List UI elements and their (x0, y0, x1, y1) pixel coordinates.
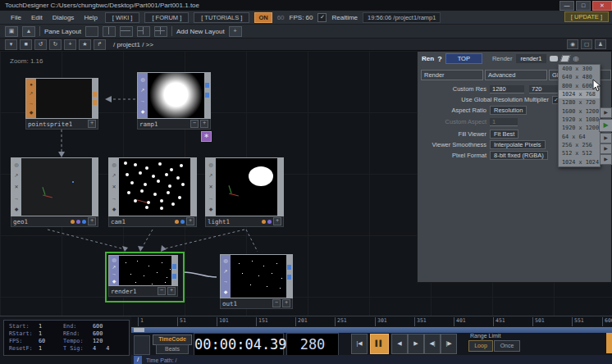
node-viewer[interactable] (216, 158, 277, 216)
fill-viewer-menu[interactable]: Fit Best (490, 130, 518, 139)
add-bookmark-icon[interactable]: + (64, 39, 76, 50)
loop-button[interactable]: Loop (468, 340, 493, 352)
param-expand-arrow[interactable]: ▶ (600, 143, 612, 154)
minimize-button[interactable]: — (559, 1, 574, 11)
flag-dot-blue[interactable] (180, 220, 185, 224)
menu-item[interactable]: 1024 x 1024 (559, 158, 600, 166)
flag-dot-orange[interactable] (71, 220, 75, 224)
render-flag-icon[interactable]: → (208, 196, 213, 201)
param-expand-arrow-active[interactable]: ▶ (599, 119, 612, 132)
menu-help[interactable]: Help (81, 14, 99, 21)
timeline-ruler[interactable]: 1 51 101 151 201 251 301 351 401 451 501… (131, 316, 612, 328)
viewer-flag-icon[interactable]: ◎ (112, 257, 116, 262)
output-connector[interactable] (93, 92, 97, 97)
update-button[interactable]: [ UPDATE ] (564, 11, 609, 22)
expand-parameters-button[interactable]: + (88, 217, 96, 225)
display-flag-icon[interactable]: → (112, 271, 116, 276)
eraser-icon[interactable] (560, 55, 571, 62)
aspect-ratio-menu[interactable]: Resolution (490, 106, 527, 115)
menu-file[interactable]: File (8, 14, 24, 21)
forward-icon[interactable]: ↻ (49, 39, 62, 50)
menu-item[interactable]: 256 x 256 (559, 141, 600, 149)
bookmark-star-icon[interactable]: ★ (79, 39, 91, 50)
custom-aspect-field[interactable]: 1 (490, 118, 518, 126)
family-top-button[interactable]: TOP (445, 53, 482, 64)
timeline-mode-button[interactable] (134, 335, 150, 355)
operator-name[interactable]: Ren (422, 55, 434, 62)
beats-button[interactable]: Beats (156, 344, 189, 354)
output-connector[interactable] (172, 264, 176, 269)
menu-item[interactable]: 1280 x 720 (559, 98, 600, 107)
node-viewer[interactable] (148, 73, 204, 118)
tab-render[interactable]: Render (421, 70, 483, 80)
flag-dot-orange[interactable] (175, 220, 179, 224)
bypass-flag-icon[interactable]: ✕ (112, 184, 116, 189)
viewer-flag-icon[interactable]: ◎ (208, 162, 212, 167)
custom-res-y-field[interactable]: 720 (529, 85, 559, 93)
node-flag-column[interactable]: ◎ ↗ ✕ → ◆ (109, 158, 119, 216)
node-viewer[interactable] (36, 79, 92, 118)
pick-flag-icon[interactable]: ◆ (30, 110, 34, 115)
collapse-button[interactable]: − (190, 120, 199, 128)
menu-item[interactable]: 1600 x 1200 (559, 107, 600, 116)
output-connector[interactable] (287, 275, 291, 280)
clone-flag-icon[interactable]: ↗ (112, 173, 116, 178)
menu-dialogs[interactable]: Dialogs (50, 14, 77, 21)
tutorials-button[interactable]: [ TUTORIALS ] (194, 12, 249, 23)
flag-dot-orange[interactable] (262, 220, 266, 224)
output-connector[interactable] (93, 100, 97, 105)
viewer-flag-icon[interactable]: ◎ (14, 162, 18, 167)
node-ramp1[interactable]: ◎ ↗ → ◆ ramp1 − + (137, 72, 211, 130)
pick-flag-icon[interactable]: ◆ (15, 207, 19, 212)
expand-parameters-button[interactable]: + (200, 120, 208, 128)
param-expand-arrow[interactable]: ▶ (600, 107, 612, 118)
pick-flag-icon[interactable]: ◆ (112, 207, 116, 212)
maximize-button[interactable]: □ (576, 1, 591, 11)
clone-flag-icon[interactable]: ↗ (29, 91, 33, 96)
jump-to-start-button[interactable]: |◀ (351, 334, 368, 354)
pick-flag-icon[interactable]: ◆ (224, 289, 228, 294)
flag-dot-purple[interactable] (267, 220, 272, 224)
output-connector[interactable] (205, 83, 209, 88)
collapse-button[interactable]: − (272, 299, 281, 307)
param-expand-arrow[interactable]: ▶ (600, 133, 612, 143)
pane-option-square-icon[interactable]: ▢ (581, 39, 592, 49)
layout-preset-three[interactable] (137, 26, 150, 37)
stop-icon[interactable]: ■ (20, 39, 32, 50)
pane-option-circle-icon[interactable]: ◉ (567, 39, 578, 49)
bypass-flag-icon[interactable]: ✕ (14, 184, 18, 189)
node-flag-column[interactable]: ◎ ↗ ✕ → ◆ (206, 158, 216, 216)
pick-flag-icon[interactable]: ◆ (112, 279, 116, 284)
menu-item[interactable]: 64 x 64 (559, 133, 600, 141)
add-layout-button[interactable]: + (229, 26, 242, 37)
bypass-flag-icon[interactable]: ✕ (208, 184, 212, 189)
viewer-flag-icon[interactable]: ◎ (140, 77, 144, 82)
display-flag-icon[interactable]: → (29, 101, 34, 106)
pixel-format-menu[interactable]: 8-bit fixed (RGBA) (490, 151, 548, 160)
paint-icon[interactable]: ▲ (22, 26, 35, 37)
forum-button[interactable]: [ FORUM ] (144, 12, 189, 23)
play-forward-button[interactable]: ▶ (408, 334, 424, 354)
expand-parameters-button[interactable]: + (273, 217, 281, 225)
help-icon[interactable]: ? (437, 55, 442, 63)
menu-item[interactable]: 512 x 512 (559, 149, 600, 157)
node-flag-column[interactable]: ◎ ↗ ✕ → ◆ (11, 158, 21, 216)
timeline-range-bar[interactable] (131, 327, 612, 333)
expand-parameters-button[interactable]: + (186, 217, 194, 225)
viewer-smoothness-menu[interactable]: Interpolate Pixels (490, 140, 546, 149)
viewer-flag-icon[interactable]: ◎ (223, 258, 227, 263)
close-button[interactable]: ✕ (592, 1, 612, 11)
step-back-button[interactable]: ◀| (424, 334, 441, 354)
node-viewer[interactable] (231, 255, 286, 298)
param-expand-arrow[interactable]: ▶ (600, 154, 612, 165)
layout-preset-quad[interactable] (154, 26, 167, 37)
render-flag-icon[interactable]: → (14, 196, 19, 201)
viewer-flag-icon[interactable]: ◎ (112, 162, 116, 167)
once-button[interactable]: Once (494, 340, 520, 352)
ramp-lock-badge[interactable]: ∗ (201, 131, 212, 142)
expand-parameters-button[interactable]: + (167, 287, 176, 295)
render-flag-icon[interactable]: → (112, 196, 116, 201)
clone-flag-icon[interactable]: ↗ (140, 88, 144, 93)
layout-preset-split-h[interactable] (120, 26, 133, 37)
collapse-button[interactable]: − (158, 287, 166, 295)
